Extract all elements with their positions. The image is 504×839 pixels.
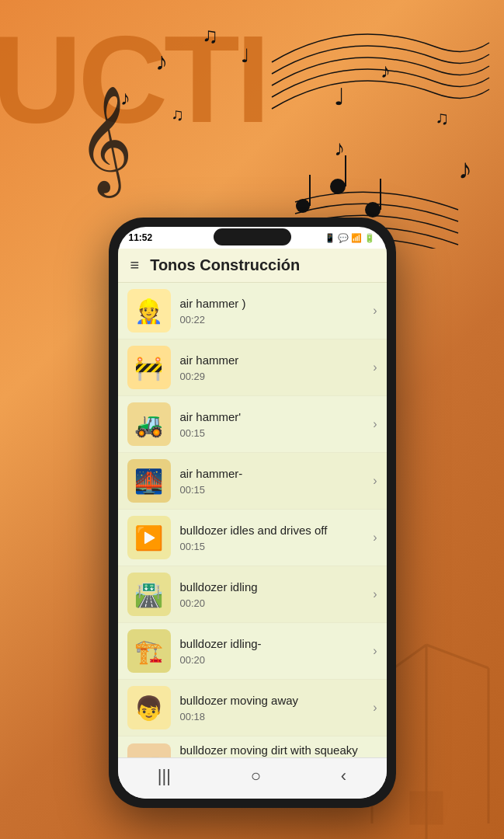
song-name: bulldozer moving dirt with squeaky track…	[180, 743, 367, 757]
nav-home-icon[interactable]: ○	[251, 766, 261, 786]
song-name: bulldozer idling-	[180, 636, 367, 652]
svg-text:♪: ♪	[155, 47, 168, 75]
song-duration: 00:20	[180, 654, 367, 666]
status-time: 11:52	[129, 232, 153, 243]
song-duration: 00:15	[180, 541, 367, 552]
list-item[interactable]: 👷air hammer )00:22›	[118, 283, 387, 339]
svg-text:♫: ♫	[202, 23, 218, 47]
app-title: Tonos Construcción	[150, 256, 374, 274]
song-duration: 00:20	[180, 597, 367, 609]
list-item[interactable]: 🛣️bulldozer idling00:20›	[118, 566, 387, 623]
song-info: air hammer )00:22	[180, 296, 367, 326]
song-chevron-icon[interactable]: ›	[373, 304, 377, 318]
list-item[interactable]: 👦bulldozer moving away00:18›	[118, 680, 387, 736]
song-chevron-icon[interactable]: ›	[373, 417, 377, 431]
phone-screen: 11:52 📱 💬 📶 🔋 ≡ Tonos Construcción 👷air …	[118, 227, 387, 799]
song-chevron-icon[interactable]: ›	[373, 531, 377, 545]
song-duration: 00:22	[180, 314, 367, 326]
song-thumbnail: 👦	[127, 686, 171, 729]
song-info: air hammer'00:15	[180, 409, 367, 439]
svg-text:♪: ♪	[334, 136, 345, 160]
song-info: bulldozer moving away00:18	[180, 693, 367, 722]
nav-back-icon[interactable]: |||	[158, 766, 171, 786]
song-thumbnail: 🏗️	[127, 629, 171, 673]
song-chevron-icon[interactable]: ›	[373, 360, 377, 374]
song-list: 👷air hammer )00:22›🚧air hammer00:29›🚜air…	[118, 283, 387, 757]
song-chevron-icon[interactable]: ›	[373, 701, 377, 715]
song-thumbnail: 🛣️	[127, 573, 171, 616]
song-thumbnail: 🌉	[127, 459, 171, 503]
menu-icon[interactable]: ≡	[130, 256, 140, 274]
song-info: bulldozer idling-00:20	[180, 636, 367, 666]
phone-pill	[214, 228, 291, 245]
list-item[interactable]: 🏗️bulldozer idling-00:20›	[118, 623, 387, 680]
song-thumbnail: 👷	[127, 289, 171, 332]
phone-wrapper: 11:52 📱 💬 📶 🔋 ≡ Tonos Construcción 👷air …	[109, 218, 396, 808]
song-info: air hammer00:29	[180, 353, 367, 382]
song-duration: 00:15	[180, 427, 367, 439]
svg-text:♪: ♪	[381, 59, 391, 82]
list-item[interactable]: 🚧air hammer00:29›	[118, 339, 387, 396]
song-thumbnail: ▶️	[127, 516, 171, 559]
song-name: air hammer	[180, 353, 367, 368]
phone: 11:52 📱 💬 📶 🔋 ≡ Tonos Construcción 👷air …	[109, 218, 396, 808]
song-name: air hammer-	[180, 466, 367, 482]
svg-line-18	[426, 645, 488, 668]
music-notes-decoration: 𝄞 ♪ ♫ ♩ ♪ ♫ ♩ ♪ ♫ ♪ ♪	[0, 0, 504, 249]
song-name: air hammer'	[180, 409, 367, 425]
song-info: air hammer-00:15	[180, 466, 367, 496]
song-duration: 00:15	[180, 484, 367, 496]
song-info: bulldozer moving dirt with squeaky track…	[180, 743, 367, 757]
list-item[interactable]: 🚜air hammer'00:15›	[118, 396, 387, 453]
list-item[interactable]: ▶️bulldozer idles and drives off00:15›	[118, 510, 387, 566]
bottom-nav: ||| ○ ‹	[118, 757, 387, 799]
nav-recent-icon[interactable]: ‹	[341, 766, 346, 786]
song-chevron-icon[interactable]: ›	[373, 644, 377, 658]
song-chevron-icon[interactable]: ›	[373, 474, 377, 488]
svg-point-11	[330, 179, 346, 194]
song-name: bulldozer idling	[180, 580, 367, 595]
svg-text:♫: ♫	[171, 105, 184, 124]
svg-text:♩: ♩	[241, 45, 249, 66]
svg-rect-22	[411, 792, 442, 823]
song-name: air hammer )	[180, 296, 367, 312]
svg-text:♫: ♫	[435, 107, 449, 128]
svg-text:♩: ♩	[334, 84, 345, 110]
song-info: bulldozer idling00:20	[180, 580, 367, 609]
song-duration: 00:18	[180, 711, 367, 722]
song-name: bulldozer moving away	[180, 693, 367, 708]
svg-text:♪: ♪	[458, 153, 472, 185]
list-item[interactable]: 🚒bulldozer moving dirt with squeaky trac…	[118, 736, 387, 757]
list-item[interactable]: 🌉air hammer-00:15›	[118, 453, 387, 510]
app-header: ≡ Tonos Construcción	[118, 249, 387, 283]
song-thumbnail: 🚧	[127, 346, 171, 389]
song-chevron-icon[interactable]: ›	[373, 587, 377, 601]
song-info: bulldozer idles and drives off00:15	[180, 523, 367, 552]
svg-text:♪: ♪	[120, 86, 130, 110]
song-name: bulldozer idles and drives off	[180, 523, 367, 538]
song-duration: 00:29	[180, 371, 367, 382]
song-thumbnail: 🚒	[127, 743, 171, 758]
song-thumbnail: 🚜	[127, 402, 171, 446]
